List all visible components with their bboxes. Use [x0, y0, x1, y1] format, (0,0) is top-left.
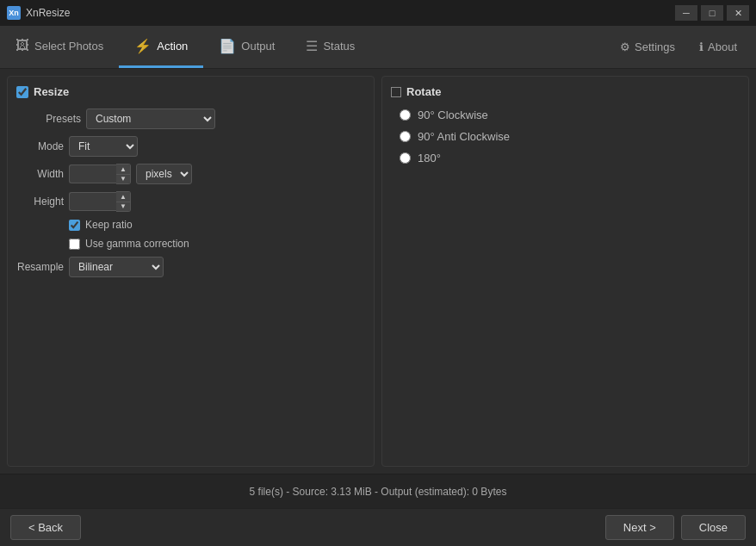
height-spinner-btns: ▲ ▼	[116, 191, 131, 212]
about-icon: ℹ	[699, 40, 703, 53]
tab-status-label: Status	[323, 40, 355, 53]
height-spinner: 800 ▲ ▼	[69, 191, 131, 212]
width-row: Width 1024 ▲ ▼ pixels percent cm inches	[16, 164, 365, 184]
resize-section-header: Resize	[16, 85, 365, 98]
statusbar: 5 file(s) - Source: 3.13 MiB - Output (e…	[0, 474, 756, 508]
settings-icon: ⚙	[620, 40, 630, 53]
minimize-button[interactable]: ─	[675, 5, 697, 21]
presets-select[interactable]: Custom 800x600 1024x768 1280x720 1920x10…	[86, 109, 215, 129]
gamma-checkbox[interactable]	[69, 239, 80, 250]
rotate-ccw90-option: 90° Anti Clockwise	[400, 130, 740, 143]
width-spinner: 1024 ▲ ▼	[69, 164, 131, 184]
tab-status[interactable]: ☰ Status	[290, 26, 370, 68]
width-input[interactable]: 1024	[69, 164, 116, 183]
tab-output-label: Output	[241, 40, 275, 53]
rotate-180-radio[interactable]	[400, 152, 411, 164]
rotate-180-option: 180°	[400, 152, 740, 164]
tab-action[interactable]: ⚡ Action	[119, 26, 203, 68]
app-title: XnResize	[26, 7, 70, 19]
titlebar-left: Xn XnResize	[7, 6, 70, 20]
presets-label: Presets	[16, 113, 81, 125]
select-photos-icon: 🖼	[15, 38, 29, 53]
action-icon: ⚡	[134, 38, 152, 54]
height-label: Height	[16, 195, 64, 208]
rotate-section-square	[391, 87, 401, 97]
resize-enable-checkbox[interactable]	[16, 86, 28, 98]
output-icon: 📄	[219, 38, 236, 54]
close-button[interactable]: Close	[681, 515, 746, 540]
close-window-button[interactable]: ✕	[727, 5, 749, 21]
rotate-cw90-option: 90° Clockwise	[400, 109, 740, 121]
resize-section-title: Resize	[34, 85, 69, 98]
tab-select-photos-label: Select Photos	[34, 40, 103, 53]
height-input[interactable]: 800	[69, 192, 116, 211]
resample-label: Resample	[16, 261, 64, 273]
resample-select[interactable]: Bilinear Bicubic Nearest Lanczos	[69, 257, 164, 277]
status-icon: ☰	[306, 38, 318, 54]
titlebar-controls: ─ □ ✕	[675, 5, 749, 21]
tab-output[interactable]: 📄 Output	[203, 26, 290, 68]
resize-panel: Resize Presets Custom 800x600 1024x768 1…	[7, 76, 375, 467]
app-icon: Xn	[7, 6, 21, 20]
height-decrement-button[interactable]: ▼	[116, 202, 130, 211]
titlebar: Xn XnResize ─ □ ✕	[0, 0, 756, 26]
height-row: Height 800 ▲ ▼	[16, 191, 365, 212]
mode-select[interactable]: Fit Stretch Crop Pad	[69, 136, 138, 157]
settings-button[interactable]: ⚙ Settings	[610, 35, 685, 59]
gamma-row: Use gamma correction	[69, 238, 365, 250]
nav-right-buttons: ⚙ Settings ℹ About	[610, 26, 756, 68]
tab-action-label: Action	[157, 40, 188, 53]
width-label: Width	[16, 168, 64, 180]
rotate-180-label: 180°	[418, 152, 441, 164]
tab-select-photos[interactable]: 🖼 Select Photos	[0, 26, 119, 68]
statusbar-text: 5 file(s) - Source: 3.13 MiB - Output (e…	[250, 486, 507, 498]
keep-ratio-checkbox[interactable]	[69, 220, 80, 231]
bottombar: < Back Next > Close	[0, 508, 756, 546]
back-button[interactable]: < Back	[10, 515, 81, 540]
rotate-ccw90-radio[interactable]	[400, 131, 411, 142]
rotate-section-title: Rotate	[406, 85, 441, 98]
height-increment-button[interactable]: ▲	[116, 192, 130, 202]
rotate-panel: Rotate 90° Clockwise 90° Anti Clockwise …	[381, 76, 749, 467]
mode-label: Mode	[16, 140, 64, 152]
width-decrement-button[interactable]: ▼	[116, 174, 130, 183]
rotate-section-header: Rotate	[391, 85, 740, 98]
rotate-ccw90-label: 90° Anti Clockwise	[418, 130, 510, 143]
gamma-label: Use gamma correction	[85, 238, 189, 250]
width-spinner-btns: ▲ ▼	[116, 164, 131, 184]
resample-row: Resample Bilinear Bicubic Nearest Lanczo…	[16, 257, 365, 277]
about-label: About	[708, 40, 737, 53]
nav-tabs: 🖼 Select Photos ⚡ Action 📄 Output ☰ Stat…	[0, 26, 610, 68]
keep-ratio-row: Keep ratio	[69, 219, 365, 231]
settings-label: Settings	[635, 40, 675, 53]
navbar: 🖼 Select Photos ⚡ Action 📄 Output ☰ Stat…	[0, 26, 756, 69]
maximize-button[interactable]: □	[701, 5, 723, 21]
keep-ratio-label: Keep ratio	[85, 219, 133, 231]
presets-row: Presets Custom 800x600 1024x768 1280x720…	[16, 109, 365, 129]
rotate-cw90-radio[interactable]	[400, 109, 411, 121]
about-button[interactable]: ℹ About	[689, 35, 747, 59]
unit-select[interactable]: pixels percent cm inches	[136, 164, 192, 184]
rotate-cw90-label: 90° Clockwise	[418, 109, 488, 121]
main-content: Resize Presets Custom 800x600 1024x768 1…	[0, 69, 756, 474]
mode-row: Mode Fit Stretch Crop Pad	[16, 136, 365, 157]
next-button[interactable]: Next >	[605, 515, 674, 540]
width-increment-button[interactable]: ▲	[116, 164, 130, 174]
bottom-right-buttons: Next > Close	[605, 515, 746, 540]
